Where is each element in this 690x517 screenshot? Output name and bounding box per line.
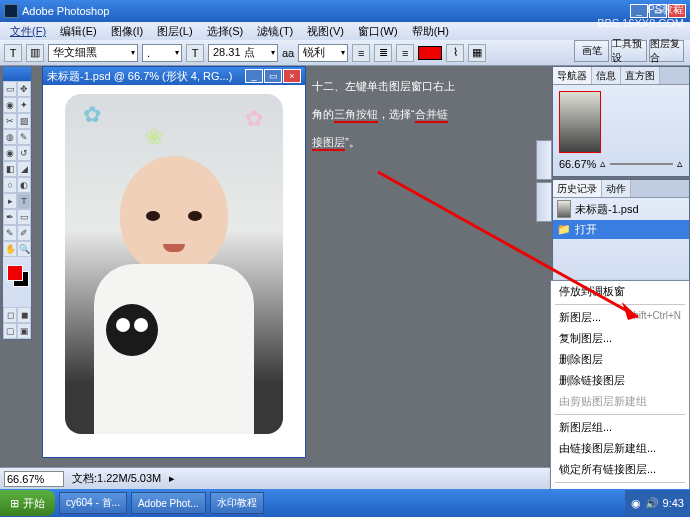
context-menu-item: 由剪贴图层新建组 [551, 391, 689, 412]
context-menu-item[interactable]: 锁定所有链接图层... [551, 459, 689, 480]
side-tab-2[interactable] [536, 182, 552, 222]
gradient-tool[interactable]: ◢ [17, 161, 31, 177]
dodge-tool[interactable]: ◐ [17, 177, 31, 193]
menu-edit[interactable]: 编辑(E) [54, 22, 103, 41]
doc-minimize[interactable]: _ [245, 69, 263, 83]
layer-panel-menu: 停放到调板窗新图层...Shift+Ctrl+N复制图层...删除图层删除链接图… [550, 280, 690, 517]
align-left-icon[interactable]: ≡ [352, 44, 370, 62]
context-menu-item[interactable]: 复制图层... [551, 328, 689, 349]
tool-presets-button[interactable]: 工具预设 [611, 40, 646, 62]
blur-tool[interactable]: ○ [3, 177, 17, 193]
side-tab-1[interactable] [536, 140, 552, 180]
align-center-icon[interactable]: ≣ [374, 44, 392, 62]
windows-taskbar: ⊞ 开始 cy604 - 首... Adobe Phot... 水印教程 ◉ 🔊… [0, 489, 690, 517]
menu-select[interactable]: 选择(S) [201, 22, 250, 41]
stamp-tool[interactable]: ◉ [3, 145, 17, 161]
document-titlebar[interactable]: 未标题-1.psd @ 66.7% (形状 4, RG...) _ ▭ × [43, 67, 305, 85]
nav-zoom-value: 66.67% [559, 158, 596, 170]
lasso-tool[interactable]: ◉ [3, 97, 17, 113]
clock: 9:43 [663, 497, 684, 509]
font-family-select[interactable]: 华文细黑 [48, 44, 138, 62]
font-style-select[interactable]: . [142, 44, 182, 62]
context-menu-item[interactable]: 删除图层 [551, 349, 689, 370]
crop-tool[interactable]: ✂ [3, 113, 17, 129]
zoom-in-icon[interactable]: ▵ [677, 157, 683, 170]
status-zoom-field[interactable]: 66.67% [4, 471, 64, 487]
context-menu-item[interactable]: 删除链接图层 [551, 370, 689, 391]
history-panel: 历史记录 动作 未标题-1.psd 📁 打开 [552, 179, 690, 290]
start-button[interactable]: ⊞ 开始 [0, 490, 55, 516]
wand-tool[interactable]: ✦ [17, 97, 31, 113]
zoom-tool[interactable]: 🔍 [17, 241, 31, 257]
flower-decoration-icon: ❀ [145, 124, 163, 150]
menu-view[interactable]: 视图(V) [301, 22, 350, 41]
menu-filter[interactable]: 滤镜(T) [251, 22, 299, 41]
character-panel-icon[interactable]: ▦ [468, 44, 486, 62]
tab-info[interactable]: 信息 [592, 67, 621, 84]
navigator-thumbnail[interactable] [559, 91, 601, 153]
menu-file[interactable]: 文件(F) [4, 22, 52, 41]
menu-window[interactable]: 窗口(W) [352, 22, 404, 41]
eraser-tool[interactable]: ◧ [3, 161, 17, 177]
zoom-out-icon[interactable]: ▵ [600, 157, 606, 170]
menu-layer[interactable]: 图层(L) [151, 22, 198, 41]
slice-tool[interactable]: ▨ [17, 113, 31, 129]
layer-comps-button[interactable]: 图层复合 [649, 40, 684, 62]
marquee-tool[interactable]: ▭ [3, 81, 17, 97]
screen-mode-1[interactable]: ▢ [3, 323, 17, 339]
quickmask-on[interactable]: ◼ [17, 307, 31, 323]
warp-text-icon[interactable]: ⌇ [446, 44, 464, 62]
taskbar-item[interactable]: 水印教程 [210, 492, 264, 514]
toolbox-titlebar[interactable] [3, 67, 31, 81]
menu-image[interactable]: 图像(I) [105, 22, 149, 41]
notes-tool[interactable]: ✎ [3, 225, 17, 241]
history-step-open[interactable]: 📁 打开 [553, 220, 689, 239]
tab-history[interactable]: 历史记录 [553, 180, 602, 197]
doc-maximize[interactable]: ▭ [264, 69, 282, 83]
taskbar-item[interactable]: Adobe Phot... [131, 492, 206, 514]
heal-tool[interactable]: ◍ [3, 129, 17, 145]
taskbar-item[interactable]: cy604 - 首... [59, 492, 127, 514]
photoshop-logo-icon [4, 4, 18, 18]
windows-logo-icon: ⊞ [10, 497, 19, 510]
context-menu-item[interactable]: 新图层组... [551, 417, 689, 438]
brushes-button[interactable]: 画笔 [574, 40, 609, 62]
tray-icon[interactable]: 🔊 [645, 497, 659, 510]
text-color-swatch[interactable] [418, 46, 442, 60]
tab-navigator[interactable]: 导航器 [553, 67, 592, 84]
pen-tool[interactable]: ✒ [3, 209, 17, 225]
path-tool[interactable]: ▸ [3, 193, 17, 209]
canvas[interactable]: ✿ ❀ ✿ [57, 85, 291, 443]
history-brush-tool[interactable]: ↺ [17, 145, 31, 161]
align-right-icon[interactable]: ≡ [396, 44, 414, 62]
tray-icon[interactable]: ◉ [631, 497, 641, 510]
foreground-color[interactable] [7, 265, 23, 281]
snapshot-thumb-icon [557, 200, 571, 218]
context-menu-item[interactable]: 由链接图层新建组... [551, 438, 689, 459]
shape-tool[interactable]: ▭ [17, 209, 31, 225]
tab-histogram[interactable]: 直方图 [621, 67, 660, 84]
tab-actions[interactable]: 动作 [602, 180, 631, 197]
preset-icon[interactable]: ▥ [26, 44, 44, 62]
font-size-select[interactable]: 28.31 点 [208, 44, 278, 62]
brush-tool[interactable]: ✎ [17, 129, 31, 145]
context-menu-item[interactable]: 停放到调板窗 [551, 281, 689, 302]
context-menu-item[interactable]: 新图层...Shift+Ctrl+N [551, 307, 689, 328]
navigator-panel: 导航器 信息 直方图 66.67% ▵ ▵ [552, 66, 690, 177]
status-menu-icon[interactable]: ▸ [169, 472, 175, 485]
photo-content: ✿ ❀ ✿ [65, 94, 283, 434]
system-tray[interactable]: ◉ 🔊 9:43 [625, 490, 690, 516]
eyedropper-tool[interactable]: ✐ [17, 225, 31, 241]
move-tool[interactable]: ✥ [17, 81, 31, 97]
hand-tool[interactable]: ✋ [3, 241, 17, 257]
options-bar: T ▥ 华文细黑 . T 28.31 点 aa 锐利 ≡ ≣ ≡ ⌇ ▦ 画笔 … [0, 40, 690, 66]
history-snapshot[interactable]: 未标题-1.psd [553, 198, 689, 220]
screen-mode-2[interactable]: ▣ [17, 323, 31, 339]
antialias-select[interactable]: 锐利 [298, 44, 348, 62]
menu-help[interactable]: 帮助(H) [406, 22, 455, 41]
nav-zoom-slider[interactable] [610, 163, 673, 165]
doc-close[interactable]: × [283, 69, 301, 83]
title-bar: Adobe Photoshop _ ▭ × [0, 0, 690, 22]
text-tool[interactable]: T [17, 193, 31, 209]
quickmask-off[interactable]: ◻ [3, 307, 17, 323]
